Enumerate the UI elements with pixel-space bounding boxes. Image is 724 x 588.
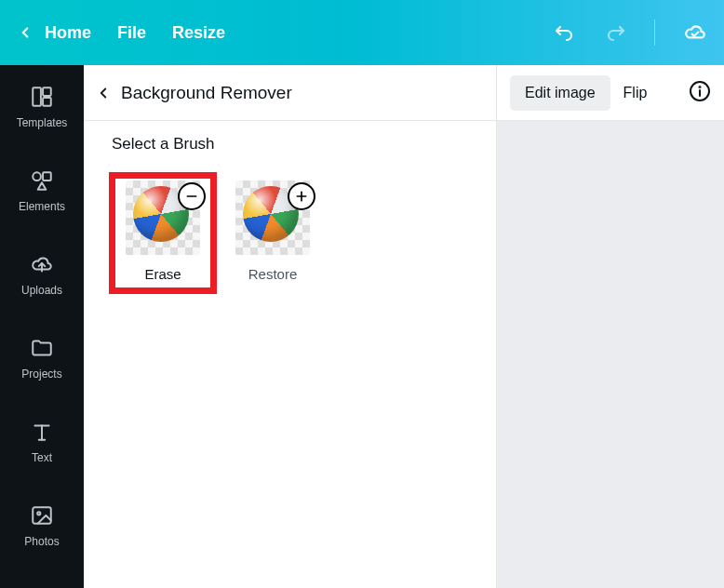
elements-icon bbox=[30, 168, 54, 193]
svg-rect-9 bbox=[33, 507, 51, 523]
sidebar-item-uploads[interactable]: Uploads bbox=[0, 233, 84, 316]
svg-point-10 bbox=[37, 512, 40, 514]
file-menu[interactable]: File bbox=[117, 23, 146, 43]
sidebar-label: Projects bbox=[21, 368, 61, 381]
info-icon[interactable] bbox=[689, 80, 711, 106]
canvas-toolbar: Edit image Flip bbox=[497, 65, 724, 121]
panel-title: Background Remover bbox=[121, 83, 292, 103]
svg-rect-4 bbox=[43, 172, 51, 180]
sidebar-label: Text bbox=[32, 451, 52, 464]
topbar-left: Home File Resize bbox=[17, 23, 225, 43]
main: Templates Elements Uploads Projects Text… bbox=[0, 65, 724, 588]
back-icon[interactable] bbox=[95, 85, 112, 101]
sidebar-item-text[interactable]: Text bbox=[0, 400, 84, 484]
cloud-sync-icon[interactable] bbox=[683, 20, 707, 45]
panel: Background Remover Select a Brush Erase bbox=[84, 65, 497, 588]
photos-icon bbox=[30, 503, 54, 528]
sidebar-label: Uploads bbox=[21, 284, 62, 297]
sidebar-item-projects[interactable]: Projects bbox=[0, 316, 84, 400]
brush-restore[interactable]: Restore bbox=[221, 175, 324, 291]
svg-rect-1 bbox=[43, 87, 51, 96]
plus-icon bbox=[288, 182, 315, 210]
svg-point-16 bbox=[700, 87, 701, 87]
sidebar-item-photos[interactable]: Photos bbox=[0, 484, 84, 568]
brush-erase-thumb bbox=[126, 180, 200, 255]
panel-header: Background Remover bbox=[84, 65, 496, 121]
brush-row: Erase Restore bbox=[112, 175, 468, 291]
projects-icon bbox=[30, 336, 54, 360]
templates-icon bbox=[30, 85, 54, 109]
brush-restore-thumb bbox=[235, 180, 310, 255]
topbar: Home File Resize bbox=[0, 0, 724, 65]
brush-restore-label: Restore bbox=[248, 266, 298, 282]
flip-button[interactable]: Flip bbox=[623, 85, 648, 101]
text-icon bbox=[30, 420, 54, 444]
sidebar-label: Templates bbox=[17, 116, 68, 129]
svg-point-3 bbox=[33, 172, 41, 180]
sidebar-label: Photos bbox=[24, 535, 59, 548]
sidebar-item-templates[interactable]: Templates bbox=[0, 65, 84, 149]
svg-rect-2 bbox=[43, 98, 51, 106]
chevron-left-icon bbox=[17, 24, 34, 41]
svg-rect-0 bbox=[33, 87, 41, 106]
redo-icon[interactable] bbox=[604, 21, 626, 44]
sidebar-item-elements[interactable]: Elements bbox=[0, 149, 84, 233]
home-button[interactable]: Home bbox=[17, 23, 91, 43]
undo-icon[interactable] bbox=[554, 21, 576, 44]
sidebar: Templates Elements Uploads Projects Text… bbox=[0, 65, 84, 588]
divider bbox=[654, 20, 655, 46]
minus-icon bbox=[178, 182, 206, 210]
panel-body: Select a Brush Erase bbox=[84, 121, 496, 310]
brush-erase[interactable]: Erase bbox=[112, 175, 214, 291]
topbar-right bbox=[554, 20, 707, 46]
canvas: Edit image Flip bbox=[497, 65, 724, 588]
home-label: Home bbox=[45, 23, 91, 43]
resize-menu[interactable]: Resize bbox=[172, 23, 225, 43]
brush-erase-label: Erase bbox=[144, 266, 181, 282]
sidebar-label: Elements bbox=[19, 200, 65, 213]
edit-image-button[interactable]: Edit image bbox=[510, 75, 610, 111]
section-title: Select a Brush bbox=[112, 135, 468, 154]
uploads-icon bbox=[30, 252, 54, 276]
